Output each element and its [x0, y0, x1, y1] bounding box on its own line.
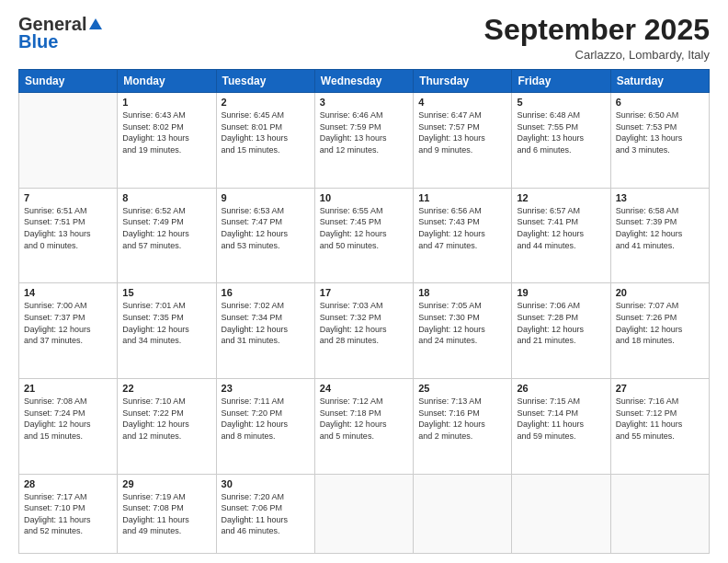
day-info: Sunrise: 7:07 AMSunset: 7:26 PMDaylight:… [616, 300, 704, 346]
day-number: 8 [122, 192, 210, 203]
calendar-cell: 18Sunrise: 7:05 AMSunset: 7:30 PMDayligh… [414, 283, 512, 379]
day-number: 5 [517, 97, 605, 108]
day-info: Sunrise: 6:57 AMSunset: 7:41 PMDaylight:… [517, 205, 605, 251]
col-thursday: Thursday [414, 70, 512, 93]
day-number: 21 [24, 383, 112, 394]
day-number: 12 [517, 192, 605, 203]
title-section: September 2025 Carlazzo, Lombardy, Italy [484, 14, 710, 62]
day-info: Sunrise: 6:47 AMSunset: 7:57 PMDaylight:… [418, 109, 506, 155]
day-info: Sunrise: 7:03 AMSunset: 7:32 PMDaylight:… [320, 300, 408, 346]
day-info: Sunrise: 7:02 AMSunset: 7:34 PMDaylight:… [222, 300, 310, 346]
day-info: Sunrise: 7:13 AMSunset: 7:16 PMDaylight:… [418, 396, 506, 442]
logo-icon [87, 17, 104, 33]
day-number: 25 [418, 383, 506, 394]
day-number: 4 [418, 97, 506, 108]
day-info: Sunrise: 6:56 AMSunset: 7:43 PMDaylight:… [418, 205, 506, 251]
day-number: 16 [222, 287, 310, 298]
calendar-cell: 11Sunrise: 6:56 AMSunset: 7:43 PMDayligh… [414, 188, 512, 283]
calendar-cell: 7Sunrise: 6:51 AMSunset: 7:51 PMDaylight… [19, 188, 118, 283]
day-info: Sunrise: 6:55 AMSunset: 7:45 PMDaylight:… [320, 205, 408, 251]
logo: General Blue [18, 14, 105, 52]
day-number: 14 [24, 287, 112, 298]
calendar-cell: 30Sunrise: 7:20 AMSunset: 7:06 PMDayligh… [216, 474, 314, 553]
calendar-cell: 27Sunrise: 7:16 AMSunset: 7:12 PMDayligh… [610, 378, 709, 474]
day-info: Sunrise: 6:50 AMSunset: 7:53 PMDaylight:… [616, 109, 704, 155]
day-info: Sunrise: 7:10 AMSunset: 7:22 PMDaylight:… [122, 396, 210, 442]
calendar-cell: 21Sunrise: 7:08 AMSunset: 7:24 PMDayligh… [19, 378, 118, 474]
day-number: 10 [320, 192, 408, 203]
day-info: Sunrise: 7:16 AMSunset: 7:12 PMDaylight:… [616, 396, 704, 442]
calendar-cell: 6Sunrise: 6:50 AMSunset: 7:53 PMDaylight… [610, 93, 709, 189]
day-number: 17 [320, 287, 408, 298]
month-title: September 2025 [484, 14, 710, 46]
day-number: 22 [122, 383, 210, 394]
col-sunday: Sunday [19, 70, 118, 93]
calendar-cell: 19Sunrise: 7:06 AMSunset: 7:28 PMDayligh… [512, 283, 610, 379]
day-info: Sunrise: 6:52 AMSunset: 7:49 PMDaylight:… [122, 205, 210, 251]
calendar-cell: 4Sunrise: 6:47 AMSunset: 7:57 PMDaylight… [414, 93, 512, 189]
day-info: Sunrise: 6:51 AMSunset: 7:51 PMDaylight:… [24, 205, 112, 251]
calendar-cell: 20Sunrise: 7:07 AMSunset: 7:26 PMDayligh… [610, 283, 709, 379]
calendar-cell: 3Sunrise: 6:46 AMSunset: 7:59 PMDaylight… [314, 93, 413, 189]
day-number: 13 [616, 192, 704, 203]
calendar-cell [19, 93, 118, 189]
col-monday: Monday [118, 70, 216, 93]
col-wednesday: Wednesday [314, 70, 413, 93]
header: General Blue September 2025 Carlazzo, Lo… [18, 14, 710, 62]
day-info: Sunrise: 7:00 AMSunset: 7:37 PMDaylight:… [24, 300, 112, 346]
location-subtitle: Carlazzo, Lombardy, Italy [484, 48, 710, 62]
day-info: Sunrise: 7:11 AMSunset: 7:20 PMDaylight:… [222, 396, 310, 442]
logo-blue: Blue [18, 31, 58, 52]
col-tuesday: Tuesday [216, 70, 314, 93]
day-number: 20 [616, 287, 704, 298]
calendar-cell [512, 474, 610, 553]
calendar-cell: 22Sunrise: 7:10 AMSunset: 7:22 PMDayligh… [118, 378, 216, 474]
day-number: 18 [418, 287, 506, 298]
day-info: Sunrise: 6:58 AMSunset: 7:39 PMDaylight:… [616, 205, 704, 251]
col-saturday: Saturday [610, 70, 709, 93]
calendar-table: Sunday Monday Tuesday Wednesday Thursday… [18, 69, 710, 554]
calendar-cell: 28Sunrise: 7:17 AMSunset: 7:10 PMDayligh… [19, 474, 118, 553]
day-number: 3 [320, 97, 408, 108]
day-number: 26 [517, 383, 605, 394]
day-number: 1 [122, 97, 210, 108]
day-info: Sunrise: 7:05 AMSunset: 7:30 PMDaylight:… [418, 300, 506, 346]
calendar-cell: 17Sunrise: 7:03 AMSunset: 7:32 PMDayligh… [314, 283, 413, 379]
calendar-cell: 24Sunrise: 7:12 AMSunset: 7:18 PMDayligh… [314, 378, 413, 474]
day-number: 11 [418, 192, 506, 203]
day-info: Sunrise: 6:45 AMSunset: 8:01 PMDaylight:… [222, 109, 310, 155]
calendar-cell: 15Sunrise: 7:01 AMSunset: 7:35 PMDayligh… [118, 283, 216, 379]
day-info: Sunrise: 6:43 AMSunset: 8:02 PMDaylight:… [122, 109, 210, 155]
day-number: 15 [122, 287, 210, 298]
page: General Blue September 2025 Carlazzo, Lo… [0, 0, 728, 563]
day-info: Sunrise: 7:01 AMSunset: 7:35 PMDaylight:… [122, 300, 210, 346]
day-info: Sunrise: 7:06 AMSunset: 7:28 PMDaylight:… [517, 300, 605, 346]
day-info: Sunrise: 7:19 AMSunset: 7:08 PMDaylight:… [122, 491, 210, 537]
day-number: 30 [222, 478, 310, 489]
day-number: 9 [222, 192, 310, 203]
day-info: Sunrise: 6:53 AMSunset: 7:47 PMDaylight:… [222, 205, 310, 251]
calendar-cell: 29Sunrise: 7:19 AMSunset: 7:08 PMDayligh… [118, 474, 216, 553]
calendar-cell: 14Sunrise: 7:00 AMSunset: 7:37 PMDayligh… [19, 283, 118, 379]
svg-marker-0 [89, 18, 102, 29]
day-number: 29 [122, 478, 210, 489]
calendar-cell: 23Sunrise: 7:11 AMSunset: 7:20 PMDayligh… [216, 378, 314, 474]
day-number: 7 [24, 192, 112, 203]
calendar-cell: 5Sunrise: 6:48 AMSunset: 7:55 PMDaylight… [512, 93, 610, 189]
calendar-cell: 13Sunrise: 6:58 AMSunset: 7:39 PMDayligh… [610, 188, 709, 283]
day-number: 28 [24, 478, 112, 489]
calendar-cell: 26Sunrise: 7:15 AMSunset: 7:14 PMDayligh… [512, 378, 610, 474]
calendar-header-row: Sunday Monday Tuesday Wednesday Thursday… [19, 70, 710, 93]
col-friday: Friday [512, 70, 610, 93]
calendar-cell: 1Sunrise: 6:43 AMSunset: 8:02 PMDaylight… [118, 93, 216, 189]
day-number: 24 [320, 383, 408, 394]
calendar-cell: 16Sunrise: 7:02 AMSunset: 7:34 PMDayligh… [216, 283, 314, 379]
calendar-cell [414, 474, 512, 553]
day-info: Sunrise: 6:48 AMSunset: 7:55 PMDaylight:… [517, 109, 605, 155]
day-info: Sunrise: 7:17 AMSunset: 7:10 PMDaylight:… [24, 491, 112, 537]
day-number: 2 [222, 97, 310, 108]
calendar-cell [610, 474, 709, 553]
day-number: 23 [222, 383, 310, 394]
calendar-cell [314, 474, 413, 553]
calendar-cell: 8Sunrise: 6:52 AMSunset: 7:49 PMDaylight… [118, 188, 216, 283]
